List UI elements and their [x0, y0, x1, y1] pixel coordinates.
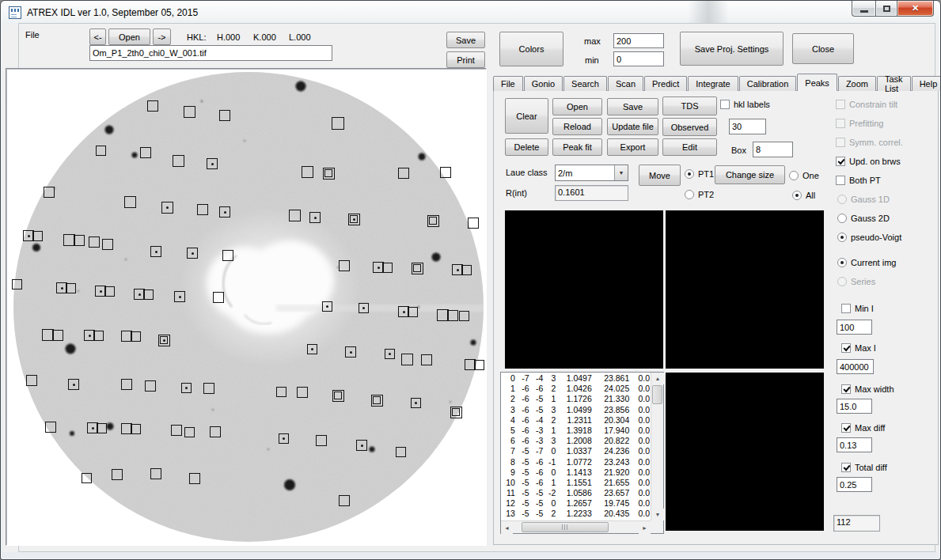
peak-marker[interactable] — [143, 289, 154, 300]
laue-class-combo[interactable]: 2/m ▼ — [555, 165, 628, 181]
tab-gonio[interactable]: Gonio — [524, 76, 563, 91]
peak-list-row[interactable]: 0-7-431.049723.8610.0 — [502, 373, 650, 384]
current-img-radio[interactable]: Current img — [837, 258, 896, 267]
peak-marker[interactable] — [184, 106, 195, 118]
max-i-checkbox[interactable]: Max I — [841, 343, 876, 353]
horizontal-scroll-thumb[interactable] — [522, 522, 609, 532]
pt2-radio[interactable]: PT2 — [685, 190, 714, 199]
upd-on-brws-checkbox[interactable]: Upd. on brws — [836, 157, 901, 166]
peak-marker[interactable] — [289, 210, 301, 221]
peak-marker[interactable] — [452, 408, 460, 416]
peak-marker[interactable] — [89, 236, 100, 248]
peak-marker[interactable] — [213, 292, 224, 303]
peak-marker[interactable] — [171, 425, 182, 436]
peak-marker[interactable] — [324, 169, 332, 177]
scroll-down-icon[interactable]: ▼ — [651, 509, 664, 520]
peak-marker[interactable] — [276, 387, 286, 397]
min-input[interactable] — [613, 51, 664, 66]
prev-file-button[interactable]: <- — [89, 28, 106, 45]
scroll-left-icon[interactable]: ◄ — [501, 521, 513, 534]
peak-list-rows[interactable]: 0-7-431.049723.8610.01-6-621.042624.0250… — [502, 373, 650, 520]
max-diff-input[interactable] — [837, 437, 872, 452]
peak-marker[interactable] — [150, 468, 161, 479]
peak-marker[interactable] — [131, 331, 141, 342]
tab-search[interactable]: Search — [563, 76, 607, 91]
all-radio[interactable]: All — [792, 191, 815, 200]
peak-marker[interactable] — [124, 196, 136, 208]
next-file-button[interactable]: -> — [153, 28, 171, 45]
peak-marker[interactable] — [74, 235, 85, 246]
peak-marker[interactable] — [373, 396, 381, 404]
tds-button[interactable]: TDS — [662, 96, 717, 115]
peak-list-row[interactable]: 1-6-621.042624.0250.0 — [502, 384, 650, 394]
minimize-button[interactable] — [852, 1, 875, 17]
pt1-radio[interactable]: PT1 — [685, 169, 714, 179]
tab-help[interactable]: Help — [912, 76, 941, 91]
save-image-button[interactable]: Save — [446, 32, 485, 48]
peak-marker[interactable] — [401, 354, 413, 365]
peak-marker[interactable] — [339, 495, 350, 506]
tab-peaks[interactable]: Peaks — [797, 74, 837, 91]
vertical-scrollbar[interactable]: ▲ ▼ — [651, 373, 663, 520]
peak-marker[interactable] — [26, 375, 37, 386]
box-size-input[interactable] — [753, 142, 793, 157]
print-button[interactable]: Print — [446, 51, 485, 68]
colors-button[interactable]: Colors — [499, 32, 563, 66]
min-i-checkbox[interactable]: Min I — [841, 304, 874, 313]
max-input[interactable] — [613, 33, 664, 48]
peak-marker[interactable] — [222, 250, 233, 261]
peak-marker[interactable] — [96, 146, 106, 156]
title-bar[interactable]: ATREX IDL ver 1.0, September 05, 2015 ✕ — [1, 1, 940, 25]
chevron-down-icon[interactable]: ▼ — [614, 165, 628, 180]
peak-marker[interactable] — [219, 110, 230, 121]
scroll-up-icon[interactable]: ▲ — [651, 373, 664, 384]
peak-marker[interactable] — [468, 218, 479, 229]
reload-button[interactable]: Reload — [552, 118, 602, 135]
peak-marker[interactable] — [140, 147, 151, 158]
vertical-scroll-thumb[interactable] — [652, 385, 662, 404]
tab-predict[interactable]: Predict — [644, 76, 687, 91]
peak-marker[interactable] — [184, 427, 195, 437]
tab-integrate[interactable]: Integrate — [688, 76, 738, 91]
peak-marker[interactable] — [44, 187, 55, 198]
tab-calibration[interactable]: Calibration — [739, 76, 797, 91]
open-file-button[interactable]: Open — [108, 28, 150, 45]
profile-panel-3[interactable] — [666, 373, 824, 531]
peak-list-row[interactable]: 11-5-5-21.058623.6570.0 — [502, 488, 650, 498]
peak-list-row[interactable]: 8-5-6-11.077223.2430.0 — [502, 457, 650, 467]
pseudo-voigt-radio[interactable]: pseudo-Voigt — [837, 233, 901, 242]
peak-marker[interactable] — [332, 117, 344, 130]
peak-marker[interactable] — [173, 155, 184, 167]
total-diff-input[interactable] — [837, 477, 872, 492]
filename-input[interactable] — [89, 45, 332, 61]
edit-button[interactable]: Edit — [662, 138, 717, 156]
peak-marker[interactable] — [316, 435, 327, 446]
scroll-right-icon[interactable]: ► — [639, 521, 651, 534]
peak-list[interactable]: 0-7-431.049723.8610.01-6-621.042624.0250… — [500, 372, 664, 534]
peak-marker[interactable] — [440, 167, 451, 178]
peak-list-row[interactable]: 3-6-531.049923.8560.0 — [502, 405, 650, 415]
peak-marker[interactable] — [382, 263, 393, 273]
profile-panel-2[interactable] — [666, 210, 824, 369]
delete-button[interactable]: Delete — [505, 138, 548, 156]
total-diff-checkbox[interactable]: Total diff — [841, 463, 887, 472]
peak-marker[interactable] — [474, 360, 484, 370]
max-width-input[interactable] — [837, 399, 872, 414]
peak-list-row[interactable]: 4-6-421.231120.3040.0 — [502, 415, 650, 426]
peak-marker[interactable] — [413, 264, 421, 272]
peak-marker[interactable] — [297, 387, 308, 398]
peak-marker[interactable] — [429, 217, 437, 225]
peak-marker[interactable] — [104, 286, 115, 297]
gauss-2d-radio[interactable]: Gauss 2D — [837, 214, 890, 223]
save-proj-settings-button[interactable]: Save Proj. Settings — [680, 32, 784, 66]
peak-marker[interactable] — [97, 423, 107, 433]
peak-marker[interactable] — [203, 383, 214, 394]
tab-task-list[interactable]: Task List — [877, 76, 911, 91]
peak-marker[interactable] — [12, 279, 22, 289]
both-pt-checkbox[interactable]: Both PT — [836, 176, 881, 185]
peak-marker[interactable] — [459, 311, 469, 321]
close-button[interactable]: Close — [792, 33, 854, 64]
max-i-input[interactable] — [837, 359, 874, 374]
peak-marker[interactable] — [197, 204, 208, 215]
max-diff-checkbox[interactable]: Max diff — [841, 423, 885, 433]
